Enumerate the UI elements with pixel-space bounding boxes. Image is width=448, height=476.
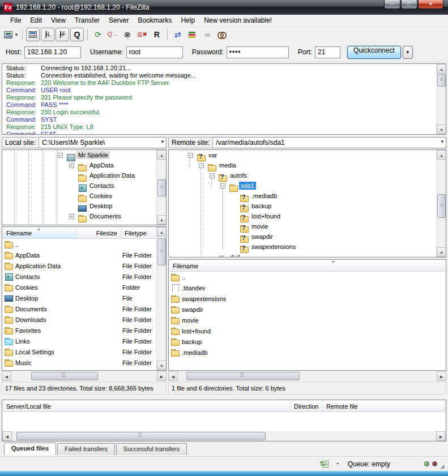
scroll-down-arrow-icon[interactable]: ▼ — [437, 247, 446, 257]
tree-item[interactable]: ?.mediadb — [169, 191, 436, 201]
quickconnect-dropdown-button[interactable]: ▼ — [403, 46, 413, 59]
menu-item-new-version-notice[interactable]: New version available! — [199, 15, 276, 25]
toggle-local-tree-button[interactable]: ┠L — [41, 28, 54, 41]
file-row[interactable]: movie — [169, 315, 445, 325]
file-row[interactable]: MusicFile Folder — [3, 357, 156, 368]
port-input[interactable]: 21 — [315, 46, 340, 58]
scroll-left-arrow-icon[interactable]: ◀ — [2, 371, 11, 381]
file-row[interactable]: Application DataFile Folder — [3, 260, 156, 271]
column-header-remote-file[interactable]: Remote file — [323, 401, 445, 411]
scroll-right-arrow-icon[interactable]: ▶ — [437, 371, 446, 381]
tree-item[interactable]: Desktop — [3, 201, 156, 212]
expand-icon[interactable]: + — [69, 214, 74, 219]
scrollbar-thumb[interactable] — [186, 372, 300, 380]
column-header-server-local-file[interactable]: Server/Local file — [3, 401, 291, 411]
tree-item[interactable]: −?var — [169, 151, 436, 161]
collapse-icon[interactable]: − — [188, 153, 193, 158]
remote-site-combo[interactable]: /var/media/autofs/sda1 ▼ — [213, 137, 446, 148]
minimize-button[interactable]: — — [384, 0, 400, 9]
collapse-icon[interactable]: − — [210, 173, 215, 178]
tree-item[interactable]: +AppData — [3, 161, 156, 171]
resize-grip[interactable]: ◢ — [440, 463, 447, 470]
tree-item[interactable]: Cookies — [3, 191, 156, 201]
file-row[interactable]: DocumentsFile Folder — [3, 303, 156, 314]
tree-item[interactable]: −media — [169, 161, 436, 171]
scrollbar-thumb[interactable] — [437, 74, 446, 87]
scroll-right-arrow-icon[interactable]: ▶ — [436, 431, 446, 441]
file-row[interactable]: AppDataFile Folder — [3, 250, 156, 260]
tree-item[interactable]: ?backup — [169, 201, 436, 212]
scroll-up-arrow-icon[interactable]: ▲ — [437, 150, 446, 160]
username-input[interactable]: root — [126, 46, 183, 58]
tree-item[interactable]: Application Data — [3, 171, 156, 181]
tab-failed-transfers[interactable]: Failed transfers — [57, 443, 115, 455]
file-row[interactable]: backup — [169, 336, 445, 347]
scrollbar-thumb[interactable] — [157, 179, 166, 196]
menu-item-server[interactable]: Server — [104, 15, 133, 25]
password-input[interactable]: •••• — [227, 46, 289, 58]
file-row[interactable]: swapextensions — [169, 293, 445, 304]
tree-item[interactable]: ?swapextensions — [169, 242, 436, 252]
tree-item[interactable]: +↓Downloads — [3, 222, 156, 224]
file-row[interactable]: LinksFile Folder — [3, 336, 156, 346]
tree-item[interactable]: −sda1 — [169, 181, 436, 191]
scrollbar-thumb[interactable] — [157, 238, 166, 265]
menu-item-transfer[interactable]: Transfer — [70, 15, 104, 25]
site-manager-button[interactable]: ▼ — [4, 28, 19, 41]
filename-filters-button[interactable]: ∞ — [200, 28, 214, 41]
synchronized-browsing-button[interactable]: ⇄ — [171, 28, 185, 41]
queue-hscrollbar[interactable]: ◀ ▶ — [2, 431, 446, 441]
scroll-left-arrow-icon[interactable]: ◀ — [2, 431, 12, 441]
file-row[interactable]: lost+found — [169, 325, 445, 336]
menu-item-help[interactable]: Help — [176, 15, 199, 25]
scrollbar-thumb[interactable] — [16, 432, 266, 440]
file-row[interactable]: .mediadb — [169, 347, 445, 358]
cancel-operation-button[interactable]: ⊗ — [121, 28, 134, 41]
scroll-up-arrow-icon[interactable]: ▲ — [157, 150, 167, 160]
file-row[interactable]: .. — [3, 239, 156, 250]
tree-item[interactable]: ?lost+found — [169, 212, 436, 222]
collapse-icon[interactable]: − — [220, 183, 225, 188]
file-row[interactable]: CookiesFolder — [3, 282, 156, 293]
toggle-remote-tree-button[interactable]: ┠F — [56, 28, 69, 41]
directory-comparison-button[interactable] — [186, 28, 199, 41]
remote-tree-scrollbar[interactable]: ▲ ▼ — [436, 150, 446, 257]
message-log-scrollbar[interactable]: ▲ ▼ — [436, 64, 446, 134]
local-list-hscrollbar[interactable]: ◀ ▶ — [2, 371, 167, 381]
tree-item[interactable]: ?swapdir — [169, 232, 436, 242]
column-header-direction[interactable]: Direction — [291, 401, 323, 411]
menu-item-view[interactable]: View — [46, 15, 70, 25]
tree-item[interactable]: −?autofs — [169, 171, 436, 181]
tab-successful-transfers[interactable]: Successful transfers — [116, 443, 187, 455]
tree-item[interactable]: ?dvd — [169, 252, 436, 256]
remote-list-hscrollbar[interactable]: ◀ ▶ — [168, 371, 446, 381]
tree-item[interactable]: ?movie — [169, 222, 436, 232]
speed-limit-icon[interactable] — [334, 460, 343, 468]
scroll-down-arrow-icon[interactable]: ▼ — [157, 215, 167, 225]
file-row[interactable]: swapdir — [169, 304, 445, 315]
tree-item[interactable]: −Mr Sparkle — [3, 151, 156, 161]
chevron-down-icon[interactable]: ▼ — [440, 139, 445, 144]
maximize-button[interactable]: □ — [401, 0, 417, 9]
tab-queued-files[interactable]: Queued files — [4, 443, 56, 455]
file-row[interactable]: ContactsFile Folder — [3, 271, 156, 282]
toggle-message-log-button[interactable] — [26, 28, 40, 41]
process-queue-button[interactable]: Q→ — [106, 28, 120, 41]
menu-item-edit[interactable]: Edit — [25, 15, 46, 25]
quickconnect-button[interactable]: Quickconnect — [347, 46, 401, 59]
file-row[interactable]: .titandev — [169, 282, 445, 293]
scroll-left-arrow-icon[interactable]: ◀ — [168, 371, 178, 381]
reconnect-button[interactable]: R — [150, 28, 164, 41]
scroll-down-arrow-icon[interactable]: ▼ — [157, 361, 167, 370]
title-bar[interactable]: Fz 192.168.1.20 - root@192.168.1.20 - Fi… — [0, 0, 448, 15]
file-search-button[interactable] — [215, 28, 229, 41]
column-header-filename[interactable]: Filename ▲ — [3, 228, 77, 238]
column-header-filename[interactable]: Filename ▼ — [169, 260, 445, 271]
toggle-queue-button[interactable]: Q — [70, 28, 84, 41]
column-header-filesize[interactable]: Filesize — [77, 228, 121, 238]
disconnect-button[interactable]: ▥✖ — [135, 28, 149, 41]
scrollbar-thumb[interactable] — [437, 194, 446, 218]
file-row[interactable]: ↓DownloadsFile Folder — [3, 314, 156, 325]
chevron-down-icon[interactable]: ▼ — [160, 139, 165, 144]
file-row[interactable]: DesktopFile — [3, 293, 156, 303]
